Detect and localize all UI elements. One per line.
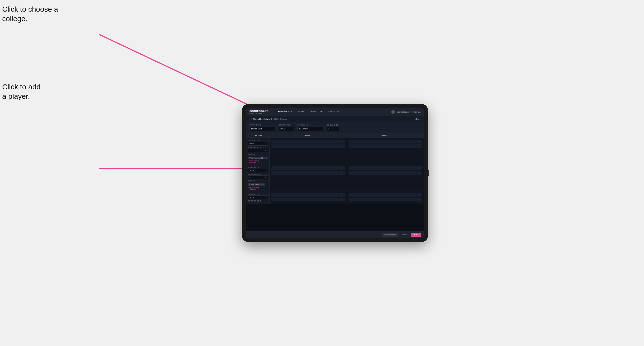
config-start-type: Start Type 1st Tee Start Shotgun Start xyxy=(250,124,275,131)
add-group-2[interactable]: + Add Group xyxy=(248,188,268,190)
starting-hole-label-2: STARTING HOLE: xyxy=(248,173,268,175)
tab-committee[interactable]: COMMITTEE xyxy=(308,110,325,114)
starting-hole-input-2[interactable]: 1 ▲▼ xyxy=(248,175,268,179)
nav-user: blair@clippd.io | Sign out xyxy=(391,110,420,114)
breadcrumb-bar: C Clippd Invitational Men Hosting < Back xyxy=(246,116,424,122)
col-team2: Team 2 xyxy=(347,133,424,138)
start-type-select[interactable]: 1st Tee Start Shotgun Start xyxy=(250,127,275,131)
group-2-team2: × ⋮ × ⋮ xyxy=(347,165,424,191)
user-email: blair@clippd.io xyxy=(396,111,409,113)
course-label-1: COURSE: xyxy=(248,153,268,155)
back-button[interactable]: < Back xyxy=(414,118,420,120)
course-tag-2-container: 🏌 East Lake GC × ⋮ xyxy=(248,182,268,186)
tablet-screen: SCOREBOARD Powered by clippd TOURNAMENTS… xyxy=(246,108,424,238)
player-row: × ⋮ xyxy=(272,140,345,144)
starting-hole-label-3: STARTING HOLE: xyxy=(248,200,268,202)
starting-time-label-3: STARTING TIME: xyxy=(248,193,268,195)
config-group-size: Group Size 3 2 4 xyxy=(327,124,340,131)
nav-bar: SCOREBOARD Powered by clippd TOURNAMENTS… xyxy=(246,108,424,116)
tablet: SCOREBOARD Powered by clippd TOURNAMENTS… xyxy=(242,104,428,242)
group-3-left-panel: STARTING TIME: 10:20 ⏱ STARTING HOLE: xyxy=(246,192,270,204)
intervals-label: Intervals xyxy=(298,124,323,126)
sign-out-link[interactable]: Sign out xyxy=(413,111,420,113)
starting-time-label-2: STARTING TIME: xyxy=(248,167,268,168)
course-label-2: COURSE: xyxy=(248,180,268,182)
cancel-button[interactable]: Cancel xyxy=(400,233,410,237)
breadcrumb-title: C Clippd Invitational Men Hosting xyxy=(250,117,287,121)
player-row: × ⋮ xyxy=(272,198,345,201)
remove-course-2[interactable]: × xyxy=(261,184,262,185)
group-2-team1: × ⋮ × ⋮ xyxy=(270,165,347,191)
table-body: STARTING TIME: 10:00 ⏱ STARTING HOLE: 1 … xyxy=(246,138,424,231)
reset-changes-button[interactable]: Reset Changes xyxy=(382,233,398,237)
player-row: × ⋮ xyxy=(272,144,345,148)
player-row: × ⋮ xyxy=(272,193,345,197)
add-group-1[interactable]: + Add Group xyxy=(248,162,268,163)
player-row: × ⋮ xyxy=(348,198,422,201)
config-row: Start Type 1st Tee Start Shotgun Start S… xyxy=(246,122,424,133)
player-row: × ⋮ xyxy=(348,166,422,170)
nav-logo: SCOREBOARD Powered by clippd xyxy=(250,110,269,114)
course-tag-1-container: 🏌 (A) Peachtree GC × ⋮ xyxy=(248,155,268,159)
player-row: × ⋮ xyxy=(272,171,345,175)
intervals-select[interactable]: 10 Minutes 8 Minutes 12 Minutes xyxy=(298,127,323,131)
group-size-label: Group Size xyxy=(327,124,340,126)
group-1-team1: × ⋮ × ⋮ xyxy=(270,138,347,165)
remove-player-icon[interactable]: × ⋮ xyxy=(341,145,344,147)
annotation-bottom: Click to adda player. xyxy=(2,82,40,101)
save-button[interactable]: Save xyxy=(411,233,421,237)
course-tag-1[interactable]: 🏌 (A) Peachtree GC × ⋮ xyxy=(248,157,268,159)
remove-player-icon[interactable]: × ⋮ xyxy=(418,172,421,174)
remove-group-2[interactable]: ○ Remove Group xyxy=(248,187,268,188)
starting-time-input-1[interactable]: 10:00 ⏱ xyxy=(248,142,268,146)
tab-tournaments[interactable]: TOURNAMENTS xyxy=(273,110,294,114)
starting-time-input-2[interactable]: 10:10 ⏱ xyxy=(248,169,268,172)
tablet-side-button xyxy=(428,170,429,176)
remove-course-1[interactable]: × xyxy=(264,157,265,159)
annotation-top: Click to choose acollege. xyxy=(2,4,58,23)
group-3-team1: × ⋮ × ⋮ xyxy=(270,192,347,204)
brand-c: C xyxy=(250,117,252,121)
start-type-label: Start Type xyxy=(250,124,275,126)
player-row: × ⋮ xyxy=(348,193,422,197)
remove-player-icon[interactable]: × ⋮ xyxy=(418,141,421,143)
table-row: STARTING TIME: 10:20 ⏱ STARTING HOLE: × … xyxy=(246,192,424,204)
config-intervals: Intervals 10 Minutes 8 Minutes 12 Minute… xyxy=(298,124,323,131)
remove-player-icon[interactable]: × ⋮ xyxy=(341,168,344,169)
remove-player-icon[interactable]: × ⋮ xyxy=(341,141,344,143)
main-content: Tee Time Team 1 Team 2 STARTING TIME: 10… xyxy=(246,133,424,231)
user-avatar xyxy=(391,110,395,114)
table-row: STARTING TIME: 10:10 ⏱ STARTING HOLE: 1 … xyxy=(246,165,424,192)
course-tag-2[interactable]: 🏌 East Lake GC × ⋮ xyxy=(248,183,265,186)
starting-hole-input-1[interactable]: 1 ▲▼ xyxy=(248,149,268,152)
player-row: × ⋮ xyxy=(348,144,422,148)
remove-player-icon[interactable]: × ⋮ xyxy=(341,199,344,201)
remove-player-icon[interactable]: × ⋮ xyxy=(341,172,344,174)
hosting-label: Hosting xyxy=(280,118,287,120)
start-time-input[interactable] xyxy=(279,127,294,131)
col-team1: Team 1 xyxy=(270,133,347,138)
starting-time-label-1: STARTING TIME: xyxy=(248,140,268,142)
config-start-time: Start Time xyxy=(279,124,294,131)
tab-rankings[interactable]: RANKINGS xyxy=(326,110,341,114)
tournament-name: Clippd Invitational xyxy=(253,118,272,120)
remove-player-icon[interactable]: × ⋮ xyxy=(418,168,421,169)
tab-teams[interactable]: TEAMS xyxy=(295,110,307,114)
remove-player-icon[interactable]: × ⋮ xyxy=(341,194,344,196)
col-tee-time: Tee Time xyxy=(246,133,270,138)
starting-hole-label-1: STARTING HOLE: xyxy=(248,147,268,148)
group-3-team2: × ⋮ × ⋮ xyxy=(347,192,424,204)
group-1-left-panel: STARTING TIME: 10:00 ⏱ STARTING HOLE: 1 … xyxy=(246,138,270,165)
remove-group-1[interactable]: ○ Remove Group xyxy=(248,160,268,162)
remove-player-icon[interactable]: × ⋮ xyxy=(418,145,421,147)
nav-tabs: TOURNAMENTS TEAMS COMMITTEE RANKINGS xyxy=(273,110,391,114)
player-row: × ⋮ xyxy=(348,140,422,144)
player-row: × ⋮ xyxy=(348,171,422,175)
nav-logo-sub: Powered by clippd xyxy=(250,112,269,114)
remove-player-icon[interactable]: × ⋮ xyxy=(418,199,421,201)
starting-time-input-3[interactable]: 10:20 ⏱ xyxy=(248,195,268,199)
player-row: × ⋮ xyxy=(272,166,345,170)
group-size-select[interactable]: 3 2 4 xyxy=(327,127,340,131)
remove-player-icon[interactable]: × ⋮ xyxy=(418,194,421,196)
group-2-left-panel: STARTING TIME: 10:10 ⏱ STARTING HOLE: 1 … xyxy=(246,165,270,191)
